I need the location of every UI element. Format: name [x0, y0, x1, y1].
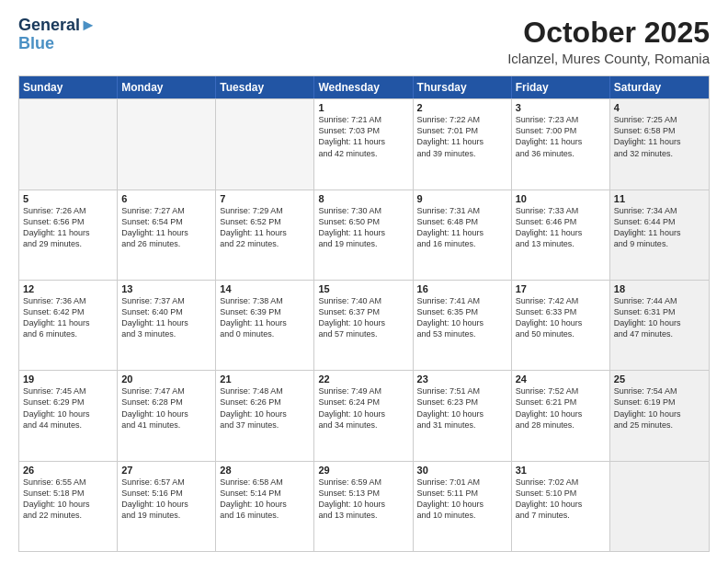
- calendar-cell: 4Sunrise: 7:25 AM Sunset: 6:58 PM Daylig…: [610, 99, 709, 189]
- weekday-header: Sunday: [19, 76, 118, 98]
- day-number: 25: [614, 373, 705, 385]
- page: General► Blue October 2025 Iclanzel, Mur…: [0, 0, 728, 563]
- calendar-cell: 6Sunrise: 7:27 AM Sunset: 6:54 PM Daylig…: [118, 190, 216, 280]
- day-info: Sunrise: 7:54 AM Sunset: 6:19 PM Dayligh…: [614, 385, 705, 431]
- day-number: 4: [614, 102, 705, 113]
- calendar-row: 26Sunrise: 6:55 AM Sunset: 5:18 PM Dayli…: [19, 461, 709, 551]
- calendar-row: 5Sunrise: 7:26 AM Sunset: 6:56 PM Daylig…: [19, 190, 709, 280]
- day-number: 23: [417, 373, 507, 385]
- day-number: 31: [516, 465, 606, 476]
- calendar-cell: 31Sunrise: 7:02 AM Sunset: 5:10 PM Dayli…: [512, 462, 610, 551]
- day-info: Sunrise: 7:40 AM Sunset: 6:37 PM Dayligh…: [318, 295, 408, 340]
- weekday-header: Thursday: [414, 76, 512, 98]
- day-number: 7: [220, 193, 310, 204]
- day-info: Sunrise: 7:49 AM Sunset: 6:24 PM Dayligh…: [318, 385, 408, 431]
- day-info: Sunrise: 7:01 AM Sunset: 5:11 PM Dayligh…: [417, 477, 507, 522]
- day-number: 29: [318, 465, 408, 476]
- calendar-cell: 27Sunrise: 6:57 AM Sunset: 5:16 PM Dayli…: [118, 462, 216, 551]
- day-number: 14: [220, 283, 310, 294]
- calendar-cell: 24Sunrise: 7:52 AM Sunset: 6:21 PM Dayli…: [512, 371, 610, 460]
- calendar-cell: 21Sunrise: 7:48 AM Sunset: 6:26 PM Dayli…: [216, 371, 314, 460]
- day-number: 21: [220, 373, 310, 385]
- day-info: Sunrise: 7:34 AM Sunset: 6:44 PM Dayligh…: [614, 205, 705, 250]
- weekday-header: Monday: [118, 76, 216, 98]
- calendar: SundayMondayTuesdayWednesdayThursdayFrid…: [18, 75, 710, 552]
- day-info: Sunrise: 7:42 AM Sunset: 6:33 PM Dayligh…: [516, 295, 606, 340]
- day-info: Sunrise: 7:23 AM Sunset: 7:00 PM Dayligh…: [516, 114, 606, 159]
- calendar-cell: 26Sunrise: 6:55 AM Sunset: 5:18 PM Dayli…: [19, 462, 118, 551]
- day-info: Sunrise: 7:22 AM Sunset: 7:01 PM Dayligh…: [417, 114, 507, 159]
- calendar-row: 12Sunrise: 7:36 AM Sunset: 6:42 PM Dayli…: [19, 280, 709, 370]
- calendar-cell: [19, 99, 118, 189]
- calendar-row: 19Sunrise: 7:45 AM Sunset: 6:29 PM Dayli…: [19, 370, 709, 460]
- day-number: 22: [318, 373, 408, 385]
- day-number: 13: [121, 283, 211, 294]
- day-number: 5: [23, 193, 113, 204]
- day-info: Sunrise: 7:27 AM Sunset: 6:54 PM Dayligh…: [121, 205, 211, 250]
- weekday-header: Friday: [512, 76, 610, 98]
- day-number: 24: [516, 373, 606, 385]
- day-info: Sunrise: 7:33 AM Sunset: 6:46 PM Dayligh…: [516, 205, 606, 250]
- day-number: 30: [417, 465, 507, 476]
- day-info: Sunrise: 7:21 AM Sunset: 7:03 PM Dayligh…: [318, 114, 408, 159]
- weekday-header: Tuesday: [216, 76, 314, 98]
- weekday-header: Saturday: [610, 76, 709, 98]
- day-info: Sunrise: 7:37 AM Sunset: 6:40 PM Dayligh…: [121, 295, 211, 340]
- day-number: 15: [318, 283, 408, 294]
- day-info: Sunrise: 7:51 AM Sunset: 6:23 PM Dayligh…: [417, 385, 507, 431]
- day-info: Sunrise: 6:55 AM Sunset: 5:18 PM Dayligh…: [23, 477, 113, 522]
- day-number: 10: [516, 193, 606, 204]
- calendar-cell: 17Sunrise: 7:42 AM Sunset: 6:33 PM Dayli…: [512, 281, 610, 370]
- calendar-cell: 16Sunrise: 7:41 AM Sunset: 6:35 PM Dayli…: [414, 281, 512, 370]
- calendar-cell: 1Sunrise: 7:21 AM Sunset: 7:03 PM Daylig…: [314, 99, 413, 189]
- calendar-cell: 8Sunrise: 7:30 AM Sunset: 6:50 PM Daylig…: [314, 190, 413, 280]
- calendar-cell: 3Sunrise: 7:23 AM Sunset: 7:00 PM Daylig…: [512, 99, 610, 189]
- day-number: 27: [121, 465, 211, 476]
- weekday-header: Wednesday: [314, 76, 413, 98]
- calendar-row: 1Sunrise: 7:21 AM Sunset: 7:03 PM Daylig…: [19, 98, 709, 189]
- day-info: Sunrise: 7:29 AM Sunset: 6:52 PM Dayligh…: [220, 205, 310, 250]
- calendar-cell: 18Sunrise: 7:44 AM Sunset: 6:31 PM Dayli…: [610, 281, 709, 370]
- day-number: 26: [23, 465, 113, 476]
- calendar-cell: 22Sunrise: 7:49 AM Sunset: 6:24 PM Dayli…: [314, 371, 413, 460]
- day-number: 18: [614, 283, 705, 294]
- calendar-cell: 14Sunrise: 7:38 AM Sunset: 6:39 PM Dayli…: [216, 281, 314, 370]
- calendar-cell: 5Sunrise: 7:26 AM Sunset: 6:56 PM Daylig…: [19, 190, 118, 280]
- calendar-cell: 15Sunrise: 7:40 AM Sunset: 6:37 PM Dayli…: [314, 281, 413, 370]
- day-number: 20: [121, 373, 211, 385]
- day-info: Sunrise: 7:30 AM Sunset: 6:50 PM Dayligh…: [318, 205, 408, 250]
- logo-blue: Blue: [18, 35, 54, 53]
- day-info: Sunrise: 7:38 AM Sunset: 6:39 PM Dayligh…: [220, 295, 310, 340]
- calendar-cell: 13Sunrise: 7:37 AM Sunset: 6:40 PM Dayli…: [118, 281, 216, 370]
- calendar-body: 1Sunrise: 7:21 AM Sunset: 7:03 PM Daylig…: [19, 98, 709, 551]
- main-title: October 2025: [507, 17, 710, 49]
- calendar-cell: [610, 462, 709, 551]
- day-number: 1: [318, 102, 408, 113]
- day-number: 16: [417, 283, 507, 294]
- day-info: Sunrise: 6:57 AM Sunset: 5:16 PM Dayligh…: [121, 477, 211, 522]
- day-number: 3: [516, 102, 606, 113]
- day-info: Sunrise: 7:36 AM Sunset: 6:42 PM Dayligh…: [23, 295, 113, 340]
- calendar-cell: 23Sunrise: 7:51 AM Sunset: 6:23 PM Dayli…: [414, 371, 512, 460]
- day-number: 6: [121, 193, 211, 204]
- day-info: Sunrise: 7:31 AM Sunset: 6:48 PM Dayligh…: [417, 205, 507, 250]
- day-number: 2: [417, 102, 507, 113]
- day-number: 8: [318, 193, 408, 204]
- day-info: Sunrise: 7:41 AM Sunset: 6:35 PM Dayligh…: [417, 295, 507, 340]
- day-info: Sunrise: 6:58 AM Sunset: 5:14 PM Dayligh…: [220, 477, 310, 522]
- calendar-cell: 7Sunrise: 7:29 AM Sunset: 6:52 PM Daylig…: [216, 190, 314, 280]
- day-number: 28: [220, 465, 310, 476]
- calendar-cell: [216, 99, 314, 189]
- day-number: 9: [417, 193, 507, 204]
- calendar-header: SundayMondayTuesdayWednesdayThursdayFrid…: [19, 76, 709, 98]
- day-number: 17: [516, 283, 606, 294]
- calendar-cell: 29Sunrise: 6:59 AM Sunset: 5:13 PM Dayli…: [314, 462, 413, 551]
- day-info: Sunrise: 7:02 AM Sunset: 5:10 PM Dayligh…: [516, 477, 606, 522]
- day-info: Sunrise: 7:26 AM Sunset: 6:56 PM Dayligh…: [23, 205, 113, 250]
- calendar-cell: 30Sunrise: 7:01 AM Sunset: 5:11 PM Dayli…: [414, 462, 512, 551]
- calendar-cell: 2Sunrise: 7:22 AM Sunset: 7:01 PM Daylig…: [414, 99, 512, 189]
- calendar-cell: 20Sunrise: 7:47 AM Sunset: 6:28 PM Dayli…: [118, 371, 216, 460]
- calendar-cell: 9Sunrise: 7:31 AM Sunset: 6:48 PM Daylig…: [414, 190, 512, 280]
- day-info: Sunrise: 7:45 AM Sunset: 6:29 PM Dayligh…: [23, 385, 113, 431]
- day-number: 11: [614, 193, 705, 204]
